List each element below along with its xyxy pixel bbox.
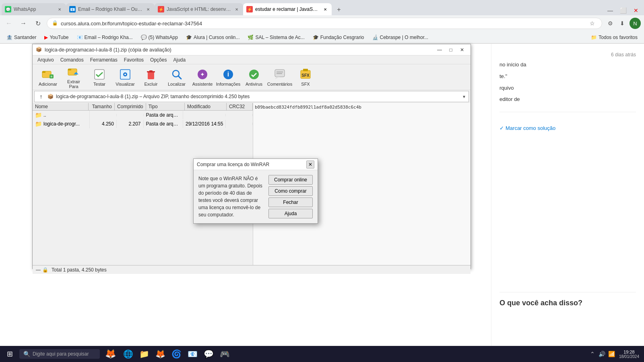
bookmark-santander[interactable]: 🏦 Santander (3, 34, 39, 41)
all-favorites-button[interactable]: 📁 Todos os favoritos (588, 34, 641, 41)
bookmark-fundacao[interactable]: 🎓 Fundação Cesgrario (310, 34, 367, 41)
col-comprimido[interactable]: Comprimido (115, 103, 146, 110)
bookmark-alura[interactable]: 🎓 Alura | Cursos onlin... (183, 34, 243, 41)
taskbar-outlook[interactable]: 📧 (185, 347, 200, 361)
dialog-body-text: Note que o WinRAR NÃO é um programa grat… (198, 175, 265, 218)
clock-date: 18/01/2024 (619, 354, 639, 359)
taskbar-chrome[interactable]: 🌀 (169, 347, 184, 361)
url-bar[interactable]: 🔒 cursos.alura.com.br/forum/topico-estud… (47, 18, 602, 29)
toolbar-visualizar[interactable]: Visualizar (113, 66, 137, 88)
bookmark-cebraspe[interactable]: 🔬 Cebraspe | O melhor... (369, 34, 432, 41)
path-up-button[interactable]: ↑ (37, 93, 45, 101)
menu-ferramentas[interactable]: Ferramentas (87, 56, 121, 64)
close-button[interactable]: ✕ (631, 6, 641, 15)
taskbar-whatsapp[interactable]: 💬 (201, 347, 216, 361)
mark-solution-area: ✓ Marcar como solução (500, 112, 636, 131)
toolbar-assistente[interactable]: ✦ Assistente (190, 66, 215, 88)
path-dropdown-button[interactable]: ▼ (462, 95, 466, 99)
como-comprar-button[interactable]: Como comprar (268, 186, 313, 196)
bookmark-sal[interactable]: 🌿 SAL – Sistema de Ac... (244, 34, 308, 41)
file-modified-logica: 29/12/2016 14:55 (183, 120, 226, 128)
file-name-logica: 📁 logica-de-progr... (33, 119, 90, 128)
tab-javascript[interactable]: ⚡ JavaScript e HTML: desenvolva... ✕ (155, 3, 243, 15)
taskbar-game[interactable]: 🎮 (217, 347, 232, 361)
path-zip-icon: 📦 (47, 94, 54, 99)
comprar-online-button[interactable]: Comprar online (268, 175, 313, 185)
col-tamanho[interactable]: Tamanho (89, 103, 115, 110)
whatsapp-taskbar-icon: 💬 (204, 349, 214, 359)
menu-ajuda[interactable]: Ajuda (170, 56, 189, 64)
dialog-close-button[interactable]: ✕ (306, 160, 314, 169)
outlook-icon: 📧 (188, 349, 198, 359)
menu-favoritos[interactable]: Favoritos (121, 56, 147, 64)
file-header: Nome Tamanho Comprimido Tipo Modificado … (33, 103, 253, 111)
folder-parent-icon: 📁 (35, 112, 42, 118)
ajuda-button[interactable]: Ajuda (268, 209, 313, 218)
minimize-button[interactable]: — (605, 6, 615, 15)
whatsapp-bm-label: (5) WhatsApp (149, 35, 178, 40)
bookmark-star-icon[interactable]: ☆ (587, 19, 597, 28)
alura-label: Alura | Cursos onlin... (194, 35, 240, 40)
col-name[interactable]: Nome (33, 103, 89, 110)
winrar-close-button[interactable]: ✕ (457, 45, 467, 54)
tab-whatsapp[interactable]: 💬 WhatsApp ✕ (2, 3, 66, 15)
bookmark-email[interactable]: 📧 Email – Rodrigo Kha... (74, 34, 136, 41)
mark-solution-button[interactable]: ✓ Marcar como solução (500, 125, 636, 131)
winrar-maximize-button[interactable]: □ (446, 45, 456, 54)
toolbar-antivirus[interactable]: Antivirus (242, 66, 266, 88)
tab-javascript-close[interactable]: ✕ (233, 6, 240, 12)
tab-email[interactable]: 📧 Email – Rodrigo Khalil – Outloc... ✕ (66, 3, 155, 15)
menu-opcoes[interactable]: Opções (147, 56, 170, 64)
file-crc-logica (226, 123, 253, 125)
file-row-parent[interactable]: 📁 .. Pasta de arquivos (33, 111, 253, 119)
tab-estudar[interactable]: ⚡ estudar e reclamar | JavaScript ✕ (243, 3, 332, 15)
status-icon-1: — (36, 267, 41, 273)
reload-button[interactable]: ↻ (32, 18, 43, 29)
add-tab-button[interactable]: + (333, 4, 345, 15)
forward-button[interactable]: → (18, 18, 29, 29)
menu-arquivo[interactable]: Arquivo (34, 56, 57, 64)
taskbar-clock[interactable]: 19:28 18/01/2024 (619, 350, 639, 359)
comentarios-icon (273, 68, 286, 81)
cortana-icon[interactable]: 🦊 (101, 347, 119, 361)
menu-comandos[interactable]: Comandos (57, 56, 87, 64)
download-button[interactable]: ⬇ (617, 19, 627, 28)
maximize-button[interactable]: ⬜ (618, 6, 628, 15)
tray-chevron-icon[interactable]: ⌃ (588, 350, 597, 358)
back-button[interactable]: ← (3, 18, 14, 29)
col-tipo[interactable]: Tipo (146, 103, 185, 110)
bookmark-youtube[interactable]: ▶ YouTube (41, 34, 72, 41)
col-modificado[interactable]: Modificado (185, 103, 227, 110)
toolbar-excluir[interactable]: Excluir (139, 66, 163, 88)
taskbar-search[interactable]: 🔍 Digite aqui para pesquisar (19, 349, 100, 359)
fechar-button[interactable]: Fechar (268, 197, 313, 207)
url-security-icon: 🔒 (52, 20, 58, 27)
taskbar-edge[interactable]: 🌐 (121, 347, 135, 361)
tray-network-icon[interactable]: 📶 (608, 350, 616, 358)
toolbar-comentarios[interactable]: Comentários (268, 66, 292, 88)
col-crc32[interactable]: CRC32 (227, 103, 253, 110)
antivirus-icon (248, 68, 260, 81)
file-modified-parent (183, 114, 226, 116)
tab-estudar-close[interactable]: ✕ (322, 6, 328, 12)
toolbar-informacoes[interactable]: i Informações (216, 66, 240, 88)
start-button[interactable]: ⊞ (2, 347, 18, 361)
winrar-minimize-button[interactable]: — (434, 45, 445, 54)
toolbar-sfx[interactable]: SFX SFX (293, 66, 318, 88)
bookmark-whatsapp[interactable]: 💬 (5) WhatsApp (138, 34, 181, 41)
file-row-logica[interactable]: 📁 logica-de-progr... 4.250 2.207 Pasta d… (33, 119, 253, 128)
fundacao-label: Fundação Cesgrario (320, 35, 364, 40)
taskbar-search-icon: 🔍 (23, 351, 30, 357)
taskbar-explorer[interactable]: 📁 (137, 347, 151, 361)
tray-volume-icon[interactable]: 🔊 (598, 350, 606, 358)
toolbar-adicionar[interactable]: + Adicionar (36, 66, 60, 88)
toolbar-extrair[interactable]: Extrair Para (62, 66, 86, 88)
toolbar-testar[interactable]: Testar (87, 66, 111, 88)
tab-email-close[interactable]: ✕ (145, 6, 151, 12)
profile-button[interactable]: N (630, 18, 641, 29)
toolbar-localizar[interactable]: Localizar (165, 66, 189, 88)
bottom-section: O que você acha disso? (500, 292, 636, 307)
taskbar-firefox[interactable]: 🦊 (153, 347, 167, 361)
extensions-button[interactable]: ⚙ (605, 19, 615, 28)
tab-whatsapp-close[interactable]: ✕ (56, 6, 63, 12)
